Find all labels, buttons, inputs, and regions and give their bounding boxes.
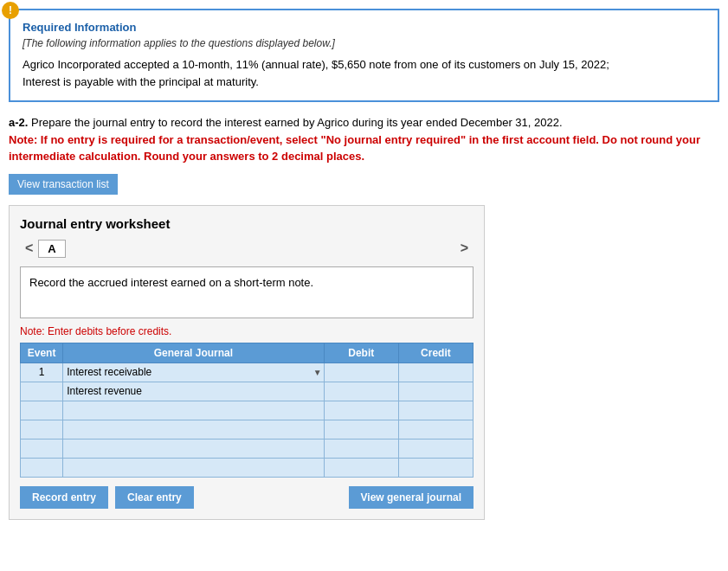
- tab-next-arrow[interactable]: >: [455, 241, 474, 256]
- bottom-buttons: Record entry Clear entry View general jo…: [20, 486, 474, 509]
- event-cell: [21, 420, 63, 439]
- note-enter-debits: Note: Enter debits before credits.: [20, 325, 474, 337]
- table-row: [21, 439, 474, 458]
- required-info-title: Required Information: [23, 21, 705, 34]
- worksheet-title: Journal entry worksheet: [20, 216, 474, 231]
- debit-cell[interactable]: [324, 420, 398, 439]
- general-journal-cell[interactable]: [63, 382, 325, 401]
- info-icon: !: [2, 2, 19, 19]
- debit-input[interactable]: [328, 461, 395, 473]
- credit-cell[interactable]: [398, 458, 473, 477]
- col-header-event: Event: [21, 343, 63, 362]
- debit-input[interactable]: [328, 385, 395, 397]
- table-row: 1▼: [21, 362, 474, 382]
- worksheet-container: Journal entry worksheet < A > Record the…: [9, 205, 485, 520]
- col-header-credit: Credit: [398, 343, 473, 362]
- debit-input[interactable]: [328, 423, 395, 435]
- general-journal-cell[interactable]: [63, 401, 325, 420]
- worksheet-description: Record the accrued interest earned on a …: [20, 266, 474, 318]
- credit-cell[interactable]: [398, 362, 473, 382]
- general-journal-input[interactable]: [67, 423, 320, 435]
- general-journal-cell[interactable]: ▼: [63, 362, 325, 382]
- table-row: [21, 382, 474, 401]
- required-info-subtitle: [The following information applies to th…: [23, 37, 705, 49]
- event-cell: [21, 439, 63, 458]
- credit-cell[interactable]: [398, 439, 473, 458]
- event-cell: [21, 401, 63, 420]
- table-row: [21, 458, 474, 477]
- record-entry-button[interactable]: Record entry: [20, 486, 108, 509]
- table-row: [21, 420, 474, 439]
- instructions-text: Prepare the journal entry to record the …: [31, 116, 563, 129]
- credit-input[interactable]: [403, 404, 469, 416]
- general-journal-input[interactable]: [67, 461, 320, 473]
- debit-cell[interactable]: [324, 401, 398, 420]
- general-journal-cell[interactable]: [63, 439, 325, 458]
- debit-input[interactable]: [328, 442, 395, 454]
- tab-navigation: < A >: [20, 240, 474, 258]
- debit-input[interactable]: [328, 366, 395, 378]
- event-cell: [21, 458, 63, 477]
- debit-cell[interactable]: [324, 362, 398, 382]
- credit-cell[interactable]: [398, 401, 473, 420]
- general-journal-input[interactable]: [67, 442, 320, 454]
- credit-input[interactable]: [403, 423, 469, 435]
- general-journal-input[interactable]: [67, 366, 320, 378]
- table-row: [21, 401, 474, 420]
- view-transaction-list-button[interactable]: View transaction list: [9, 174, 118, 195]
- part-label: a-2.: [9, 116, 28, 129]
- event-cell: 1: [21, 362, 63, 382]
- view-general-journal-button[interactable]: View general journal: [349, 486, 474, 509]
- debit-cell[interactable]: [324, 439, 398, 458]
- general-journal-input[interactable]: [67, 404, 320, 416]
- credit-input[interactable]: [403, 442, 469, 454]
- col-header-debit: Debit: [324, 343, 398, 362]
- required-info-body: Agrico Incorporated accepted a 10-month,…: [23, 56, 705, 90]
- tab-a[interactable]: A: [38, 240, 65, 258]
- event-cell: [21, 382, 63, 401]
- general-journal-cell[interactable]: [63, 420, 325, 439]
- required-info-box: ! Required Information [The following in…: [9, 9, 719, 102]
- credit-cell[interactable]: [398, 382, 473, 401]
- general-journal-input[interactable]: [67, 385, 320, 397]
- instructions-note-red: Note: If no entry is required for a tran…: [9, 132, 719, 165]
- credit-input[interactable]: [403, 461, 469, 473]
- credit-cell[interactable]: [398, 420, 473, 439]
- col-header-general-journal: General Journal: [63, 343, 325, 362]
- credit-input[interactable]: [403, 385, 469, 397]
- debit-cell[interactable]: [324, 382, 398, 401]
- journal-table: Event General Journal Debit Credit 1▼: [20, 343, 474, 478]
- debit-cell[interactable]: [324, 458, 398, 477]
- debit-input[interactable]: [328, 404, 395, 416]
- credit-input[interactable]: [403, 366, 469, 378]
- clear-entry-button[interactable]: Clear entry: [115, 486, 194, 509]
- tab-prev-arrow[interactable]: <: [20, 241, 38, 256]
- instructions: a-2. Prepare the journal entry to record…: [9, 114, 719, 165]
- general-journal-cell[interactable]: [63, 458, 325, 477]
